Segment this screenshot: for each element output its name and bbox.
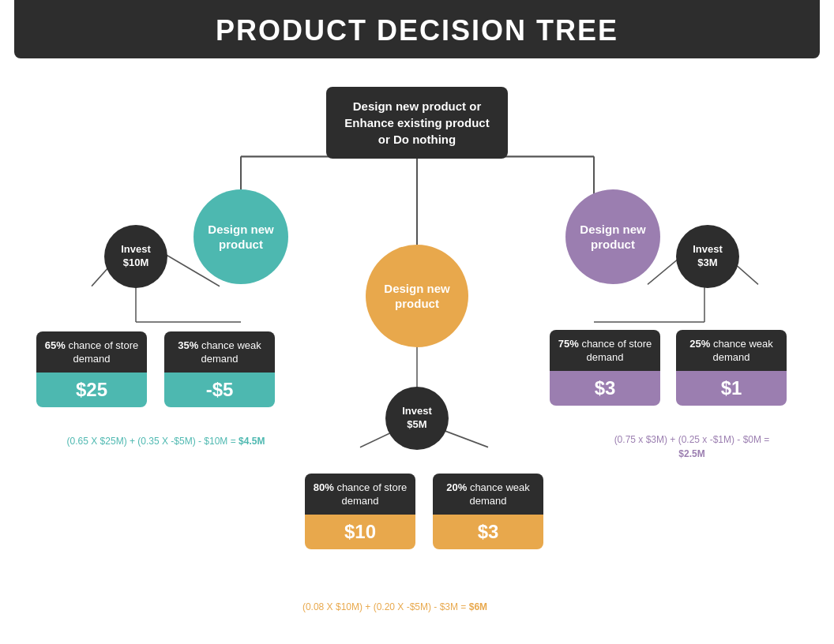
box-20-top: 20% chance weak demand bbox=[433, 474, 543, 515]
formula-purple-result: $2.5M bbox=[678, 448, 704, 459]
box-65-demand: 65% chance of store demand $25 bbox=[36, 331, 147, 407]
box-20-demand: 20% chance weak demand $3 bbox=[433, 474, 543, 549]
box-80-demand: 80% chance of store demand $10 bbox=[305, 474, 415, 549]
invest-5m-node: Invest$5M bbox=[385, 387, 449, 450]
box-65-top: 65% chance of store demand bbox=[36, 331, 147, 373]
orange-circle-label: Design newproduct bbox=[384, 281, 449, 312]
invest-10m-label: Invest$10M bbox=[121, 243, 151, 270]
box-75-demand: 75% chance of store demand $3 bbox=[550, 330, 660, 406]
formula-orange-result: $6M bbox=[469, 601, 487, 612]
invest-3m-node: Invest$3M bbox=[676, 225, 739, 288]
box-80-top: 80% chance of store demand bbox=[305, 474, 415, 515]
purple-circle-node: Design newproduct bbox=[565, 189, 660, 284]
formula-orange: (0.08 X $10M) + (0.20 X -$5M) - $3M = $6… bbox=[269, 600, 521, 614]
box-65-bottom: $25 bbox=[36, 373, 147, 407]
orange-circle-node: Design newproduct bbox=[366, 245, 468, 347]
box-75-bottom: $3 bbox=[550, 371, 660, 406]
invest-5m-label: Invest$5M bbox=[402, 405, 432, 432]
root-node: Design new product or Enhance existing p… bbox=[326, 87, 508, 159]
tree-container: Design new product or Enhance existing p… bbox=[0, 79, 834, 644]
box-20-bottom: $3 bbox=[433, 515, 543, 549]
formula-purple: (0.75 x $3M) + (0.25 x -$1M) - $0M =$2.5… bbox=[573, 432, 810, 461]
formula-teal: (0.65 X $25M) + (0.35 X -$5M) - $10M = $… bbox=[47, 434, 284, 448]
page-wrapper: PRODUCT DECISION TREE Design bbox=[0, 0, 834, 644]
box-25-demand: 25% chance weak demand $1 bbox=[676, 330, 787, 406]
teal-circle-node: Design newproduct bbox=[193, 189, 288, 284]
box-35-demand: 35% chance weak demand -$5 bbox=[164, 331, 275, 407]
formula-teal-result: $4.5M bbox=[239, 436, 265, 447]
invest-10m-node: Invest$10M bbox=[104, 225, 167, 288]
page-title: PRODUCT DECISION TREE bbox=[14, 14, 820, 47]
box-25-bottom: $1 bbox=[676, 371, 787, 406]
box-35-bottom: -$5 bbox=[164, 373, 275, 407]
invest-3m-label: Invest$3M bbox=[693, 243, 723, 270]
root-label: Design new product or Enhance existing p… bbox=[339, 98, 495, 148]
teal-circle-label: Design newproduct bbox=[208, 222, 273, 253]
box-80-bottom: $10 bbox=[305, 515, 415, 549]
box-35-top: 35% chance weak demand bbox=[164, 331, 275, 373]
box-75-top: 75% chance of store demand bbox=[550, 330, 660, 371]
box-25-top: 25% chance weak demand bbox=[676, 330, 787, 371]
purple-circle-label: Design newproduct bbox=[580, 222, 645, 253]
page-header: PRODUCT DECISION TREE bbox=[14, 0, 820, 58]
